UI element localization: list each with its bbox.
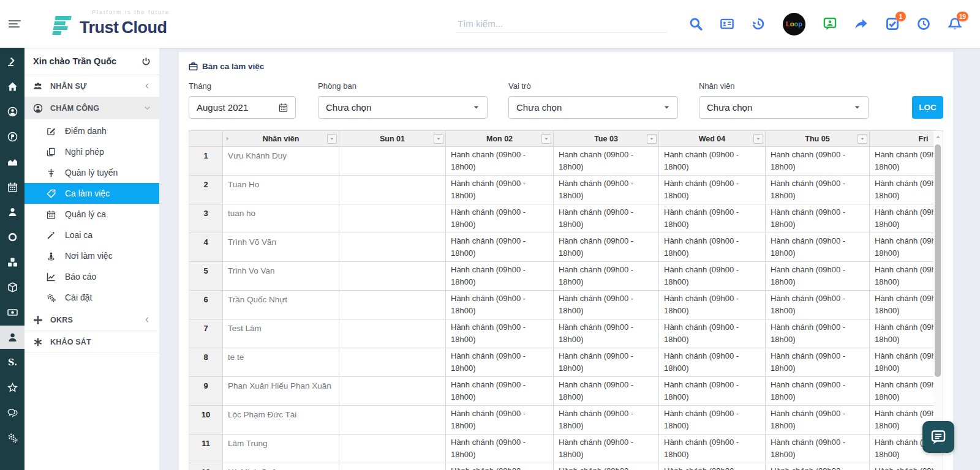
apply-filter-button[interactable]: LỌC [912, 96, 943, 119]
hamburger-menu-icon[interactable] [9, 20, 21, 28]
shift-cell[interactable]: Hành chánh (09h00 - 18h00) [446, 319, 554, 348]
sidebar-item[interactable]: Loại ca [24, 225, 159, 245]
column-filter-button[interactable] [753, 134, 763, 144]
shift-cell[interactable]: Hành chánh (09h00 - 18h00) [766, 463, 870, 470]
shift-cell[interactable]: Hành chánh (09h00 - 18h00) [659, 204, 766, 233]
shift-cell[interactable] [339, 176, 446, 204]
shift-cell[interactable] [339, 435, 446, 463]
shift-cell[interactable]: Hành chánh (09h00 - 18h00) [870, 377, 934, 406]
column-filter-button[interactable] [858, 134, 867, 144]
rail-item-user-nurse[interactable] [0, 200, 24, 223]
shift-cell[interactable]: Hành chánh (09h00 - 18h00) [766, 291, 870, 319]
scroll-up-arrow-icon[interactable] [933, 131, 943, 142]
shift-cell[interactable]: Hành chánh (09h00 - 18h00) [554, 147, 659, 176]
shift-cell[interactable] [339, 463, 446, 470]
shift-cell[interactable]: Hành chánh (09h00 - 18h00) [659, 176, 766, 204]
shift-cell[interactable]: Hành chánh (09h00 - 18h00) [870, 176, 934, 204]
shift-cell[interactable]: Hành chánh (09h00 - 18h00) [446, 147, 554, 176]
rail-item-user-circle[interactable] [0, 100, 24, 123]
shift-cell[interactable]: Hành chánh (09h00 - 18h00) [446, 176, 554, 204]
shift-cell[interactable]: Hành chánh (09h00 - 18h00) [554, 319, 659, 348]
shift-cell[interactable]: Hành chánh (09h00 - 18h00) [870, 319, 934, 348]
shift-cell[interactable]: Hành chánh (09h00 - 18h00) [554, 176, 659, 204]
rail-item-comments[interactable] [0, 401, 24, 424]
sidebar-item[interactable]: Điểm danh [24, 121, 159, 141]
shift-cell[interactable]: Hành chánh (09h00 - 18h00) [766, 348, 870, 377]
shift-cell[interactable]: Hành chánh (09h00 - 18h00) [870, 147, 934, 176]
column-filter-button[interactable] [647, 134, 657, 144]
shift-cell[interactable] [339, 291, 446, 319]
shift-cell[interactable]: Hành chánh (09h00 - 18h00) [659, 233, 766, 262]
shift-cell[interactable] [339, 262, 446, 291]
shift-cell[interactable]: Hành chánh (09h00 - 18h00) [446, 233, 554, 262]
shift-cell[interactable]: Hành chánh (09h00 - 18h00) [766, 377, 870, 406]
shift-cell[interactable]: Hành chánh (09h00 - 18h00) [446, 377, 554, 406]
clock-button[interactable] [917, 17, 930, 31]
shift-cell[interactable]: Hành chánh (09h00 - 18h00) [766, 233, 870, 262]
vertical-scrollbar[interactable] [933, 130, 943, 470]
shift-cell[interactable]: Hành chánh (09h00 - 18h00) [659, 406, 766, 435]
sidebar-item[interactable]: Quản lý tuyến [24, 162, 159, 183]
shift-cell[interactable]: Hành chánh (09h00 - 18h00) [870, 204, 934, 233]
rail-item-user[interactable] [0, 326, 24, 349]
shift-cell[interactable]: Hành chánh (09h00 - 18h00) [554, 435, 659, 463]
shift-cell[interactable]: Hành chánh (09h00 - 18h00) [554, 233, 659, 262]
shift-cell[interactable]: Hành chánh (09h00 - 18h00) [554, 204, 659, 233]
sidebar-section[interactable]: OKRS [24, 309, 159, 331]
shift-cell[interactable]: Hành chánh (09h00 - 18h00) [766, 319, 870, 348]
shift-cell[interactable]: Hành chánh (09h00 - 18h00) [554, 406, 659, 435]
shift-cell[interactable] [339, 377, 446, 406]
shift-cell[interactable]: Hành chánh (09h00 - 18h00) [554, 291, 659, 319]
shift-cell[interactable]: Hành chánh (09h00 - 18h00) [446, 435, 554, 463]
chat-fab-button[interactable] [922, 421, 954, 453]
shift-cell[interactable]: Hành chánh (09h00 - 18h00) [659, 348, 766, 377]
user-avatar[interactable]: Loop [783, 13, 805, 35]
search-button[interactable] [689, 17, 703, 31]
shift-cell[interactable] [339, 348, 446, 377]
shift-cell[interactable]: Hành chánh (09h00 - 18h00) [659, 463, 766, 470]
column-filter-button[interactable] [541, 134, 551, 144]
sidebar-section[interactable]: CHẤM CÔNG [24, 97, 159, 119]
shift-cell[interactable]: Hành chánh (09h00 - 18h00) [766, 204, 870, 233]
shift-cell[interactable]: Hành chánh (09h00 - 18h00) [446, 463, 554, 470]
shift-cell[interactable]: Hành chánh (09h00 - 18h00) [554, 348, 659, 377]
month-input[interactable]: August 2021 [189, 96, 296, 119]
shift-cell[interactable]: Hành chánh (09h00 - 18h00) [870, 291, 934, 319]
rail-item-money[interactable] [0, 300, 24, 324]
shift-cell[interactable]: Hành chánh (09h00 - 18h00) [870, 262, 934, 291]
rail-item-star[interactable] [0, 376, 24, 399]
shift-cell[interactable]: Hành chánh (09h00 - 18h00) [870, 233, 934, 262]
rail-item-letter-s[interactable]: S. [0, 351, 24, 374]
tasks-button[interactable]: 1 [886, 17, 899, 31]
shift-cell[interactable]: Hành chánh (09h00 - 18h00) [870, 348, 934, 377]
rail-item-box[interactable] [0, 275, 24, 299]
shift-cell[interactable]: Hành chánh (09h00 - 18h00) [446, 406, 554, 435]
rail-item-p-circle[interactable] [0, 125, 24, 148]
shift-cell[interactable]: Hành chánh (09h00 - 18h00) [766, 147, 870, 176]
sidebar-item[interactable]: Nơi làm việc [24, 245, 159, 266]
id-card-button[interactable] [720, 17, 734, 31]
chat-user-button[interactable] [823, 17, 837, 31]
shift-cell[interactable]: Hành chánh (09h00 - 18h00) [659, 435, 766, 463]
shift-cell[interactable] [339, 406, 446, 435]
shift-cell[interactable]: Hành chánh (09h00 - 18h00) [554, 463, 659, 470]
role-select[interactable]: Chưa chọn [508, 96, 678, 119]
rail-item-calendar[interactable] [0, 175, 24, 198]
column-filter-button[interactable] [434, 134, 443, 144]
share-button[interactable] [854, 17, 868, 31]
shift-cell[interactable]: Hành chánh (09h00 - 18h00) [766, 406, 870, 435]
sidebar-item[interactable]: Báo cáo [24, 266, 159, 287]
sidebar-item[interactable]: Quản lý ca [24, 204, 159, 225]
shift-cell[interactable]: Hành chánh (09h00 - 18h00) [659, 377, 766, 406]
shift-cell[interactable]: Hành chánh (09h00 - 18h00) [446, 348, 554, 377]
shift-cell[interactable]: Hành chánh (09h00 - 18h00) [446, 204, 554, 233]
rail-item-gavel[interactable] [0, 50, 24, 73]
rail-item-letter-o[interactable] [0, 225, 24, 248]
shift-cell[interactable]: Hành chánh (09h00 - 18h00) [659, 319, 766, 348]
shift-cell[interactable]: Hành chánh (09h00 - 18h00) [659, 262, 766, 291]
shift-cell[interactable]: Hành chánh (09h00 - 18h00) [766, 262, 870, 291]
column-filter-button[interactable] [327, 134, 337, 144]
rail-item-home[interactable] [0, 75, 24, 98]
sidebar-section[interactable]: NHÂN SỰ [24, 75, 159, 97]
shift-cell[interactable]: Hành chánh (09h00 - 18h00) [659, 291, 766, 319]
